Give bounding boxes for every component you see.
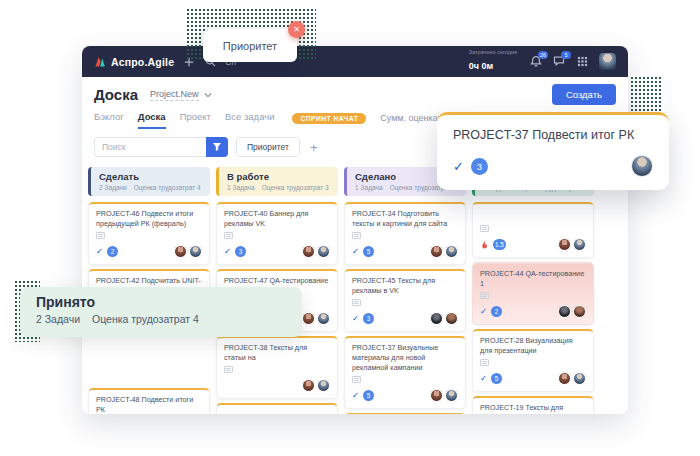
avatar: [558, 238, 571, 251]
app-window: Аспро.Agile Сп Затрачено сегодня 0ч 0м 2…: [82, 46, 628, 414]
column-tasks-count: 1 Задача: [227, 184, 255, 191]
description-icon: [480, 292, 489, 299]
task-card[interactable]: PROJECT-34 Подготовить тексты и картинки…: [344, 202, 466, 265]
description-icon: [224, 232, 233, 239]
estimate-badge: 5: [491, 373, 502, 384]
task-title: PROJECT-34 Подготовить тексты и картинки…: [352, 209, 458, 229]
messages-badge: 5: [561, 51, 571, 59]
close-icon[interactable]: ✕: [288, 21, 305, 38]
time-tracker-label: Затрачено сегодня: [469, 49, 517, 55]
decoration-dots-right: [630, 76, 662, 114]
column-estimate: Оценка трудозатрат 4: [134, 184, 201, 191]
avatar: [317, 312, 330, 325]
column-title: В работе: [227, 171, 330, 182]
user-avatar[interactable]: [599, 53, 616, 70]
avatar: [573, 238, 586, 251]
task-card[interactable]: PROJECT-28 Визуализация для презентации✓…: [472, 329, 594, 392]
column-accepted: Принято2 ЗадачиОценка трудозатрат 41.5PR…: [472, 167, 594, 414]
task-title: PROJECT-40 Баннер для рекламы VK: [224, 209, 330, 229]
task-card[interactable]: PROJECT-23 Итоги РК✓5: [344, 413, 466, 414]
priority-tooltip: Приоритет ✕: [203, 29, 297, 62]
avatar: [445, 312, 458, 325]
task-title: [480, 209, 586, 222]
messages-button[interactable]: 5: [553, 55, 565, 67]
estimate-badge: 1.5: [493, 239, 506, 250]
priority-tooltip-text: Приоритет: [223, 40, 277, 52]
description-icon: [480, 225, 489, 232]
description-icon: [480, 359, 489, 366]
estimate-badge: 3: [471, 158, 488, 175]
tab-доска[interactable]: Доска: [138, 111, 166, 129]
task-card[interactable]: PROJECT-46 Подвести итоги предыдущей РК …: [88, 202, 210, 265]
task-card[interactable]: PROJECT-37 Визуальные материалы для ново…: [344, 336, 466, 409]
popup-card-title: PROJECT-37 Подвести итог РК: [453, 128, 653, 142]
task-card[interactable]: PROJECT-44 QA-тестирование 1✓2: [472, 262, 594, 325]
tab-бэклог[interactable]: Бэклог: [94, 111, 124, 129]
estimate-badge: 2: [107, 246, 118, 257]
task-card[interactable]: 1.5: [472, 202, 594, 258]
task-title: PROJECT-28 Визуализация для презентации: [480, 336, 586, 356]
avatar: [558, 372, 571, 385]
description-icon: [352, 299, 361, 306]
task-title: PROJECT-46 Подвести итоги предыдущей РК …: [96, 209, 202, 229]
logo-icon: [94, 56, 106, 68]
description-icon: [352, 376, 361, 383]
description-icon: [96, 232, 105, 239]
task-card[interactable]: PROJECT-48 Подвести итоги РК✓2: [88, 388, 210, 414]
task-card[interactable]: PROJECT-40 Баннер для рекламы VK✓3: [216, 202, 338, 265]
task-title: PROJECT-48 Подвести итоги РК: [96, 395, 202, 414]
add-filter-button[interactable]: +: [310, 141, 318, 154]
search-input[interactable]: [94, 137, 206, 157]
avatar: [317, 245, 330, 258]
accepted-title: Принято: [36, 294, 286, 310]
task-popup-card[interactable]: PROJECT-37 Подвести итог РК ✓ 3: [437, 112, 669, 190]
sprint-status-badge: СПРИНТ НАЧАТ: [292, 113, 366, 124]
accepted-estimate: Оценка трудозатрат 4: [92, 313, 199, 325]
avatar: [445, 245, 458, 258]
avatar: [573, 372, 586, 385]
funnel-icon: [212, 142, 222, 152]
estimate-badge: 5: [363, 246, 374, 257]
page-title: Доска: [94, 86, 138, 103]
task-title: теории: [224, 410, 330, 414]
avatar: [317, 379, 330, 392]
check-icon: ✓: [480, 374, 487, 383]
filter-button[interactable]: [206, 137, 228, 157]
priority-filter-chip[interactable]: Приоритет: [236, 137, 300, 157]
create-button[interactable]: Создать: [552, 84, 616, 105]
notifications-badge: 26: [538, 51, 548, 59]
top-bar: Аспро.Agile Сп Затрачено сегодня 0ч 0м 2…: [82, 46, 628, 77]
column-header: Сделать2 ЗадачиОценка трудозатрат 4: [88, 167, 210, 196]
task-card[interactable]: PROJECT-19 Тексты для рекламы VK✓5: [472, 396, 594, 414]
task-card[interactable]: теории✓3: [216, 403, 338, 414]
tab-все-задачи[interactable]: Все задачи: [225, 111, 275, 129]
avatar: [631, 155, 653, 177]
estimate-badge: 3: [363, 313, 374, 324]
description-icon: [352, 232, 361, 239]
avatar: [174, 245, 187, 258]
avatar: [558, 305, 571, 318]
time-tracker[interactable]: Затрачено сегодня 0ч 0м: [469, 49, 517, 74]
accepted-tasks: 2 Задачи: [36, 313, 80, 325]
task-card[interactable]: PROJECT-45 Тексты для рекламы в VK✓3: [344, 269, 466, 332]
tab-проект[interactable]: Проект: [180, 111, 211, 129]
board-selector[interactable]: Project.New: [150, 89, 212, 101]
notifications-button[interactable]: 26: [530, 55, 542, 67]
task-title: PROJECT-44 QA-тестирование 1: [480, 269, 586, 289]
app-logo: Аспро.Agile: [94, 56, 174, 68]
column-tasks-count: 1 Задача: [355, 184, 383, 191]
avatar: [430, 312, 443, 325]
chevron-down-icon: [204, 92, 212, 98]
avatar: [302, 312, 315, 325]
check-icon: ✓: [453, 159, 464, 174]
hidden-card-gap: [88, 336, 210, 388]
check-icon: ✓: [352, 247, 359, 256]
estimate-badge: 5: [363, 390, 374, 401]
task-title: PROJECT-19 Тексты для рекламы VK: [480, 403, 586, 414]
summary-label: Сумм. оценка:: [380, 113, 440, 123]
avatar: [430, 389, 443, 402]
accepted-column-tooltip: Принято 2 Задачи Оценка трудозатрат 4: [20, 287, 302, 337]
task-card[interactable]: PROJECT-38 Тексты для статьи на: [216, 336, 338, 399]
avatar: [573, 305, 586, 318]
apps-grid-icon[interactable]: [576, 55, 588, 67]
